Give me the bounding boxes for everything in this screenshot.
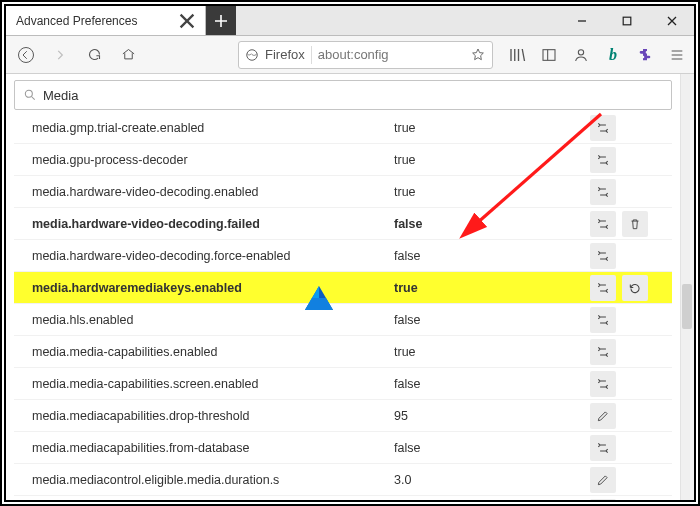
svg-marker-8	[305, 298, 333, 310]
pref-value: true	[394, 121, 590, 135]
toggle-button[interactable]	[590, 243, 616, 269]
svg-rect-3	[543, 49, 555, 60]
maximize-button[interactable]	[604, 6, 649, 35]
identity-label: Firefox	[265, 47, 305, 62]
pref-value: 3.0	[394, 473, 590, 487]
reset-button[interactable]	[622, 275, 648, 301]
pref-row: media.hardwaremediakeys.enabledtrue	[14, 272, 672, 304]
search-query: Media	[43, 88, 78, 103]
sidebar-icon[interactable]	[538, 44, 560, 66]
edit-button[interactable]	[590, 499, 616, 501]
pref-name: media.gpu-process-decoder	[14, 153, 394, 167]
title-bar: Advanced Preferences	[6, 6, 694, 36]
watermark-icon	[305, 286, 333, 310]
reload-button[interactable]	[80, 41, 108, 69]
toggle-button[interactable]	[590, 435, 616, 461]
toolbar: Firefox about:config b	[6, 36, 694, 74]
new-tab-button[interactable]	[206, 6, 236, 35]
toggle-button[interactable]	[590, 211, 616, 237]
edit-button[interactable]	[590, 403, 616, 429]
pref-value: false	[394, 217, 590, 231]
pref-name: media.mediacapabilities.from-database	[14, 441, 394, 455]
pref-value: false	[394, 377, 590, 391]
pref-row: media.hardware-video-decoding.failedfals…	[14, 208, 672, 240]
preference-list: media.gmp.trial-create.enabledtruemedia.…	[14, 112, 672, 500]
pref-name: media.media-capabilities.screen.enabled	[14, 377, 394, 391]
url-text: about:config	[318, 47, 464, 62]
tab-close-button[interactable]	[179, 13, 195, 29]
minimize-button[interactable]	[559, 6, 604, 35]
menu-button[interactable]	[666, 44, 688, 66]
pref-name: media.hardware-video-decoding.failed	[14, 217, 394, 231]
address-bar[interactable]: Firefox about:config	[238, 41, 493, 69]
toggle-button[interactable]	[590, 307, 616, 333]
toggle-button[interactable]	[590, 371, 616, 397]
close-window-button[interactable]	[649, 6, 694, 35]
pref-value: 95	[394, 409, 590, 423]
svg-rect-0	[623, 17, 631, 25]
pref-name: media.hls.enabled	[14, 313, 394, 327]
pref-row: media.mediacapabilities.from-databasefal…	[14, 432, 672, 464]
home-button[interactable]	[114, 41, 142, 69]
pref-row: media.hls.enabledfalse	[14, 304, 672, 336]
pref-row: media.hardware-video-decoding.enabledtru…	[14, 176, 672, 208]
pref-name: media.mediacapabilities.drop-threshold	[14, 409, 394, 423]
pref-value: true	[394, 185, 590, 199]
toggle-button[interactable]	[590, 179, 616, 205]
svg-point-5	[25, 90, 32, 97]
toggle-button[interactable]	[590, 147, 616, 173]
pref-name: media.mediacontrol.eligible.media.durati…	[14, 473, 394, 487]
pref-value: false	[394, 249, 590, 263]
pref-row: media.gpu-process-decodertrue	[14, 144, 672, 176]
edit-button[interactable]	[590, 467, 616, 493]
pref-name: media.hardware-video-decoding.enabled	[14, 185, 394, 199]
bing-icon[interactable]: b	[602, 44, 624, 66]
pref-row: media.mediacontrol.stopcontrol.timer.ms6…	[14, 496, 672, 500]
pref-row: media.media-capabilities.screen.enabledf…	[14, 368, 672, 400]
tab-title: Advanced Preferences	[16, 14, 179, 28]
pref-name: media.gmp.trial-create.enabled	[14, 121, 394, 135]
scroll-thumb[interactable]	[682, 284, 692, 329]
toggle-button[interactable]	[590, 275, 616, 301]
pref-row: media.media-capabilities.enabledtrue	[14, 336, 672, 368]
forward-button[interactable]	[46, 41, 74, 69]
toggle-button[interactable]	[590, 339, 616, 365]
bookmark-star-icon[interactable]	[470, 47, 486, 63]
pref-row: media.gmp.trial-create.enabledtrue	[14, 112, 672, 144]
browser-tab[interactable]: Advanced Preferences	[6, 6, 206, 35]
delete-button[interactable]	[622, 211, 648, 237]
pref-value: true	[394, 281, 590, 295]
pref-value: false	[394, 441, 590, 455]
svg-point-4	[578, 49, 583, 54]
firefox-icon	[245, 48, 259, 62]
pref-name: media.hardwaremediakeys.enabled	[14, 281, 394, 295]
account-icon[interactable]	[570, 44, 592, 66]
pref-value: true	[394, 345, 590, 359]
pref-value: true	[394, 153, 590, 167]
search-input[interactable]: Media	[14, 80, 672, 110]
pref-row: media.hardware-video-decoding.force-enab…	[14, 240, 672, 272]
pref-row: media.mediacontrol.eligible.media.durati…	[14, 464, 672, 496]
svg-point-1	[19, 47, 34, 62]
pref-value: false	[394, 313, 590, 327]
pref-row: media.mediacapabilities.drop-threshold95	[14, 400, 672, 432]
extensions-icon[interactable]	[634, 44, 656, 66]
pref-name: media.hardware-video-decoding.force-enab…	[14, 249, 394, 263]
library-icon[interactable]	[506, 44, 528, 66]
back-button[interactable]	[12, 41, 40, 69]
search-icon	[23, 88, 37, 102]
vertical-scrollbar[interactable]	[680, 74, 694, 500]
toggle-button[interactable]	[590, 115, 616, 141]
pref-name: media.media-capabilities.enabled	[14, 345, 394, 359]
